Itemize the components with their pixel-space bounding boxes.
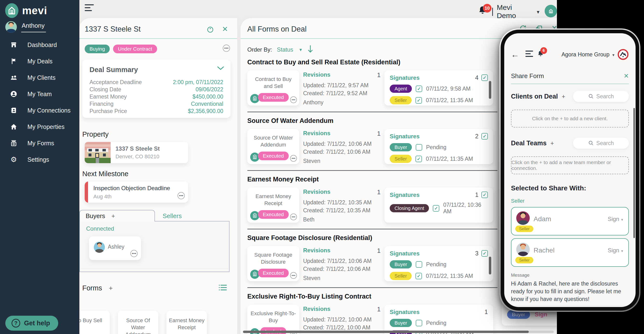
sidebar-item-my-deals[interactable]: My Deals	[0, 53, 80, 69]
buyer-card[interactable]: Ashley •••	[89, 236, 141, 260]
signature-checkbox[interactable]: ✓	[433, 205, 439, 212]
form-card[interactable]: Source Of Water Addendum Executed	[118, 311, 158, 334]
role-badge: Buyer	[390, 143, 412, 151]
form-card[interactable]: Square Footage Disclosure Executed •••	[247, 246, 299, 281]
menu-lines-icon[interactable]	[526, 51, 534, 59]
revisions-block: Revisions 1 Updated: 7/11/22, 9:57 AM Cr…	[303, 70, 380, 106]
contact-card-icon	[10, 107, 18, 114]
signature-checkbox[interactable]: ✓	[416, 144, 422, 151]
sidebar-item-my-team[interactable]: My Team	[0, 86, 80, 102]
org-logo-icon[interactable]	[545, 5, 557, 17]
form-card[interactable]: Earnest Money Receipt Executed	[166, 311, 207, 334]
locate-icon[interactable]	[206, 26, 214, 35]
form-card[interactable]: Contract to Buy and Sell Executed •••	[247, 70, 299, 106]
notifications-bell-icon[interactable]: 10	[478, 5, 488, 17]
add-client-button[interactable]: +	[562, 93, 565, 100]
order-by-select[interactable]: Status	[277, 46, 293, 53]
buyer-more-icon[interactable]: •••	[130, 250, 138, 257]
form-more-icon[interactable]: •••	[290, 214, 297, 220]
notification-count-badge: 6	[540, 47, 547, 54]
brand-name: mevi	[22, 5, 47, 17]
agora-logo-icon[interactable]	[617, 49, 629, 60]
signature-checkbox[interactable]: ✓	[416, 320, 422, 326]
form-card[interactable]: Source Of Water Addendum Executed •••	[247, 129, 299, 164]
people-icon	[10, 74, 18, 81]
brand[interactable]: mevi	[5, 3, 47, 18]
phone-scrollbar[interactable]	[634, 108, 635, 238]
signature-checkbox[interactable]: ✓	[416, 156, 422, 162]
revisions-block: Revisions 1 Updated: 7/11/22, 10:06 AM C…	[303, 129, 380, 164]
client-search-input[interactable]: Search	[573, 91, 629, 102]
form-more-icon[interactable]: •••	[290, 155, 297, 162]
divider	[247, 229, 498, 229]
phone-frame: ← 6 Agora Home Group ▾ Share Form ✕	[500, 30, 639, 311]
add-form-button[interactable]: +	[109, 284, 112, 292]
hamburger-menu-icon[interactable]	[85, 4, 94, 13]
sign-link[interactable]: Sign	[535, 311, 547, 318]
team-search-input[interactable]: Search	[573, 138, 629, 149]
sidebar-item-my-forms[interactable]: My Forms	[0, 135, 80, 151]
chevron-down-icon[interactable]	[217, 66, 224, 71]
sign-dropdown[interactable]: Sign▾	[608, 247, 623, 254]
close-icon[interactable]: ✕	[624, 72, 629, 80]
list-view-icon[interactable]	[218, 284, 227, 292]
signature-checkbox[interactable]: ✓	[416, 86, 422, 92]
signatures-all-checkbox[interactable]: ✓	[482, 133, 488, 139]
question-icon: ?	[12, 319, 20, 327]
horizontal-scrollbar[interactable]	[243, 331, 554, 333]
scrollbar-thumb[interactable]	[489, 81, 491, 99]
sign-dropdown[interactable]: Sign▾	[608, 216, 623, 222]
account-name[interactable]: Mevi Demo	[497, 3, 532, 20]
sidebar-item-my-connections[interactable]: My Connections	[0, 102, 80, 119]
form-card[interactable]: Exclusive Right-To-Buy Locked •••	[247, 305, 299, 334]
sidebar-item-my-clients[interactable]: My Clients	[0, 69, 80, 86]
sidebar-item-my-properties[interactable]: My Properties	[0, 119, 80, 135]
signatures-all-checkbox[interactable]: ✓	[482, 250, 488, 257]
back-arrow-icon[interactable]: ←	[511, 51, 519, 58]
add-team-dropzone[interactable]: Click on the + to add a new team member …	[511, 156, 629, 174]
chevron-down-icon[interactable]: ▾	[612, 53, 614, 58]
revision-count: 1	[377, 247, 380, 254]
signatures-all-checkbox[interactable]: ✓	[482, 74, 488, 81]
share-person-card[interactable]: Adam Sign▾ Seller	[511, 207, 629, 235]
signature-checkbox[interactable]: ✓	[416, 261, 422, 268]
form-card[interactable]: Earnest Money Receipt Executed •••	[247, 188, 299, 223]
milestone-more-icon[interactable]: •••	[178, 192, 185, 199]
add-client-dropzone[interactable]: Click on the + to add a new client.	[511, 110, 629, 127]
notifications-bell-icon[interactable]: 6	[537, 50, 545, 59]
tab-sellers[interactable]: Sellers	[162, 212, 182, 220]
get-help-button[interactable]: ? Get help	[5, 316, 58, 331]
chevron-down-icon[interactable]: ▾	[300, 47, 302, 53]
form-more-icon[interactable]: •••	[290, 96, 297, 103]
signature-checkbox[interactable]: ✓	[416, 97, 422, 104]
role-badge: Agent	[390, 85, 412, 93]
close-icon[interactable]: ✕	[222, 25, 228, 33]
revisions-block: Revisions 1 Updated: 7/11/22, 10:35 AM C…	[303, 188, 380, 223]
sidebar-item-dashboard[interactable]: Dashboard	[0, 37, 80, 53]
status-badge: Executed	[258, 269, 289, 277]
chevron-down-icon[interactable]: ▾	[537, 9, 539, 15]
signatures-all-checkbox[interactable]: ✓	[482, 192, 488, 198]
form-more-icon[interactable]: •••	[290, 272, 297, 279]
share-person-card[interactable]: Rachel Sign▾ Seller	[511, 238, 629, 267]
milestone-card[interactable]: Inspection Objection Deadline Aug 4th ••…	[85, 182, 188, 203]
add-team-button[interactable]: +	[550, 140, 554, 147]
property-card[interactable]: 1337 S Steele St Denver, CO 80210	[85, 142, 188, 163]
form-card[interactable]: to Buy Sell Executed	[80, 311, 110, 334]
deal-more-icon[interactable]: •••	[223, 45, 230, 52]
scrollbar-thumb[interactable]	[243, 331, 529, 333]
order-by-row: Order By: Status ▾	[247, 45, 314, 54]
panel-title: All Forms on Deal	[247, 25, 306, 34]
org-name[interactable]: Agora Home Group	[562, 51, 609, 58]
notification-count-badge: 10	[483, 4, 492, 13]
topbar-account: 10 Mevi Demo ▾	[478, 3, 557, 20]
add-buyer-button[interactable]: +	[112, 212, 115, 220]
scrollbar-thumb[interactable]	[489, 257, 491, 274]
revisions-block: Revisions 1 Updated: 7/11/22, 10:00 AM C…	[303, 305, 380, 334]
sort-direction-icon[interactable]	[307, 45, 314, 54]
tab-buyers[interactable]: Buyers +	[80, 210, 155, 222]
message-text[interactable]: Hi Adam & Rachel, here are the disclosur…	[511, 280, 629, 303]
user-row[interactable]: Anthony	[5, 21, 46, 33]
signature-checkbox[interactable]: ✓	[416, 273, 422, 279]
sidebar-item-settings[interactable]: ⚙ Settings	[0, 151, 80, 168]
